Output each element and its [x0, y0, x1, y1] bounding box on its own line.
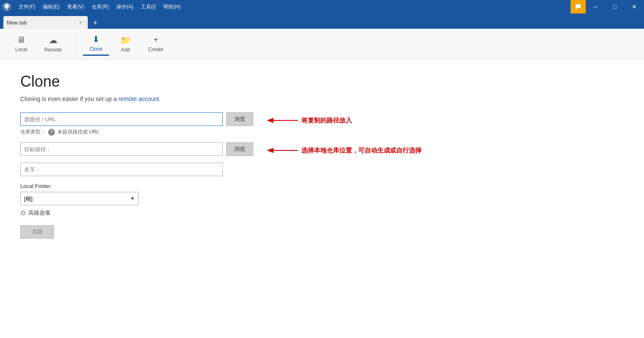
page-title: Clone — [20, 73, 624, 90]
toolbar-remote-label: Remote — [44, 47, 62, 53]
title-bar-left: 文件(F) 编辑(E) 查看(V) 仓库(R) 操作(A) 工具(I) 帮助(H… — [2, 2, 184, 12]
repo-type-label: 仓库类型： — [20, 128, 46, 136]
local-folder-select[interactable]: [根] — [20, 192, 138, 205]
menu-help[interactable]: 帮助(H) — [160, 2, 184, 12]
local-icon: 🖥 — [17, 35, 25, 45]
toolbar: 🖥 Local ☁ Remote ⬇ Clone 📁 Add + Create — [0, 29, 644, 59]
toolbar-clone-label: Clone — [89, 46, 103, 52]
advanced-chevron-icon: ⊙ — [20, 209, 26, 217]
toolbar-separator — [76, 33, 76, 55]
main-content: Clone Cloning is even easier if you set … — [0, 59, 644, 338]
add-icon: 📁 — [120, 35, 131, 45]
target-path-input[interactable] — [20, 142, 223, 156]
toolbar-remote[interactable]: ☁ Remote — [38, 33, 69, 55]
menu-repo[interactable]: 仓库(R) — [88, 2, 112, 12]
menu-view[interactable]: 查看(V) — [64, 2, 87, 12]
toolbar-add[interactable]: 📁 Add — [113, 33, 138, 55]
source-url-row: 浏览 — [20, 112, 624, 126]
name-row — [20, 163, 624, 176]
remote-account-link[interactable]: remote account — [119, 95, 160, 102]
app-logo — [2, 2, 12, 12]
add-tab-button[interactable]: + — [89, 17, 101, 29]
subtitle-text: Cloning is even easier if you set up a — [20, 95, 119, 102]
menu-edit[interactable]: 编辑(E) — [39, 2, 63, 12]
close-button[interactable]: ✕ — [625, 0, 644, 14]
repo-type-row: 仓库类型： ? 未提供路径或 URL — [20, 128, 624, 136]
maximize-button[interactable]: □ — [605, 0, 625, 14]
subtitle: Cloning is even easier if you set up a r… — [20, 95, 624, 102]
window-controls: ─ □ ✕ — [571, 0, 644, 14]
toolbar-local-label: Local — [15, 46, 27, 52]
advanced-options-row[interactable]: ⊙ 高级选项 — [20, 209, 624, 217]
source-url-input[interactable] — [20, 112, 223, 126]
toolbar-local[interactable]: 🖥 Local — [8, 33, 34, 55]
tab-bar: New tab × + — [0, 14, 644, 29]
local-folder-section: Local Folder: [根] ▼ — [20, 183, 624, 205]
target-path-row: 浏览 — [20, 142, 624, 156]
minimize-button[interactable]: ─ — [586, 0, 605, 14]
advanced-options-label: 高级选项 — [28, 209, 50, 217]
tab-label: New tab — [7, 19, 27, 26]
menu-file[interactable]: 文件(F) — [15, 2, 38, 12]
local-folder-wrapper: [根] ▼ — [20, 192, 138, 205]
new-tab[interactable]: New tab × — [3, 16, 88, 29]
menu-bar: 文件(F) 编辑(E) 查看(V) 仓库(R) 操作(A) 工具(I) 帮助(H… — [15, 2, 184, 12]
repo-type-value: 未提供路径或 URL — [57, 128, 99, 136]
title-bar: 文件(F) 编辑(E) 查看(V) 仓库(R) 操作(A) 工具(I) 帮助(H… — [0, 0, 644, 14]
clone-button[interactable]: 克隆 — [20, 225, 54, 239]
toolbar-add-label: Add — [121, 47, 130, 53]
local-folder-label: Local Folder: — [20, 183, 624, 189]
toolbar-clone[interactable]: ⬇ Clone — [83, 32, 109, 56]
toolbar-create[interactable]: + Create — [141, 33, 170, 55]
flag-button[interactable] — [571, 0, 586, 14]
menu-actions[interactable]: 操作(A) — [113, 2, 137, 12]
remote-icon: ☁ — [49, 35, 57, 45]
tab-close-button[interactable]: × — [77, 19, 84, 26]
source-browse-button[interactable]: 浏览 — [226, 112, 253, 126]
clone-icon: ⬇ — [92, 34, 100, 44]
name-input[interactable] — [20, 163, 223, 176]
svg-rect-1 — [576, 4, 581, 8]
svg-rect-2 — [576, 8, 576, 10]
create-icon: + — [153, 35, 158, 45]
help-icon[interactable]: ? — [48, 129, 55, 136]
toolbar-create-label: Create — [148, 46, 163, 52]
menu-tools[interactable]: 工具(I) — [138, 2, 159, 12]
target-browse-button[interactable]: 浏览 — [226, 142, 253, 156]
